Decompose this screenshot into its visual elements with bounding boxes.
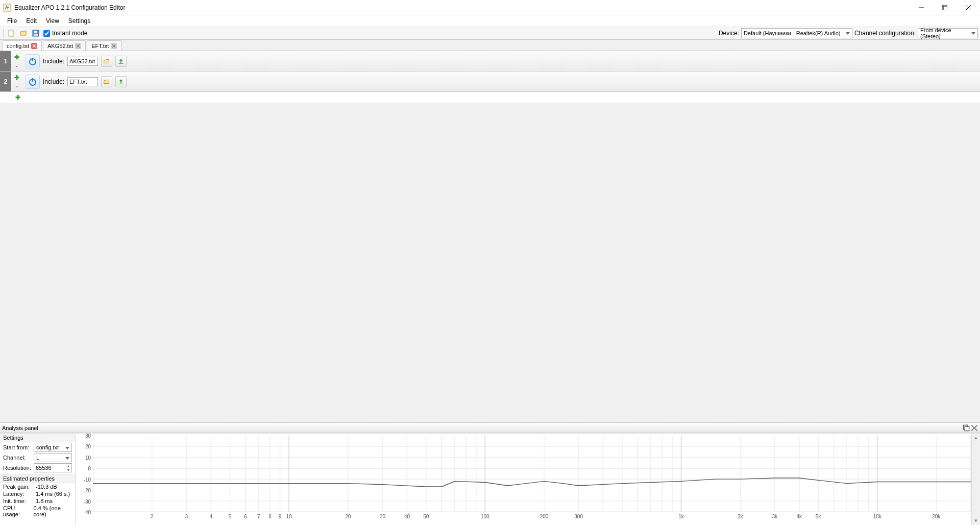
channel-label: Channel: bbox=[3, 455, 32, 461]
resolution-spinner[interactable]: ▲▼ bbox=[34, 463, 72, 472]
instant-mode-toggle[interactable]: Instant mode bbox=[43, 30, 87, 37]
include-label: Include: bbox=[43, 78, 64, 85]
close-icon[interactable] bbox=[111, 43, 117, 49]
device-label: Device: bbox=[719, 30, 739, 37]
scroll-up-icon[interactable]: ▲ bbox=[972, 434, 980, 442]
scroll-down-icon[interactable]: ▼ bbox=[972, 516, 980, 525]
tab-akg52[interactable]: AKG52.txt bbox=[43, 40, 86, 51]
instant-mode-label: Instant mode bbox=[52, 30, 87, 37]
analysis-graph: 3020100-10-20-30-40 23456789102030405010… bbox=[76, 434, 980, 525]
tab-label: EFT.txt bbox=[91, 43, 109, 49]
include-input[interactable] bbox=[67, 57, 98, 66]
minimize-button[interactable] bbox=[910, 0, 933, 15]
close-icon[interactable] bbox=[31, 43, 37, 49]
y-axis: 3020100-10-20-30-40 bbox=[76, 434, 93, 525]
title-bar: Equalizer APO 1.2.1 Configuration Editor bbox=[0, 0, 980, 15]
expand-icon[interactable]: ⌄ bbox=[15, 84, 19, 88]
window-title: Equalizer APO 1.2.1 Configuration Editor bbox=[14, 4, 125, 11]
add-above-icon[interactable]: ✚ bbox=[14, 75, 19, 81]
menu-bar: File Edit View Settings bbox=[0, 15, 980, 27]
tab-bar: config.txt AKG52.txt EFT.txt bbox=[0, 40, 980, 51]
tab-config[interactable]: config.txt bbox=[2, 40, 42, 51]
plot-area bbox=[93, 436, 971, 512]
toolbar: Instant mode Device: Default (Наушники -… bbox=[0, 27, 980, 40]
filter-list: 1 ✚ ⌄ Include: 2 ✚ ⌄ Include: bbox=[0, 51, 980, 103]
menu-settings[interactable]: Settings bbox=[64, 16, 94, 26]
row-number[interactable]: 2 bbox=[0, 71, 11, 91]
export-button[interactable] bbox=[115, 76, 127, 87]
row-number[interactable]: 1 bbox=[0, 51, 11, 71]
add-filter-button[interactable]: ✚ bbox=[15, 94, 20, 101]
tab-label: config.txt bbox=[7, 43, 29, 49]
open-file-button[interactable] bbox=[18, 28, 29, 39]
add-above-icon[interactable]: ✚ bbox=[14, 54, 19, 60]
analysis-settings: Settings Start from: config.txt Channel:… bbox=[0, 434, 76, 525]
resolution-label: Resolution: bbox=[3, 465, 32, 471]
expand-icon[interactable]: ⌄ bbox=[15, 63, 19, 68]
maximize-button[interactable] bbox=[933, 0, 957, 15]
settings-head: Settings bbox=[0, 434, 75, 442]
tab-eft[interactable]: EFT.txt bbox=[87, 40, 121, 51]
svg-rect-9 bbox=[34, 34, 38, 36]
browse-button[interactable] bbox=[101, 56, 112, 67]
new-file-button[interactable] bbox=[6, 28, 17, 39]
channel-select[interactable]: L bbox=[34, 453, 72, 462]
include-input[interactable] bbox=[67, 77, 98, 86]
svg-rect-8 bbox=[34, 31, 37, 33]
close-icon[interactable] bbox=[75, 43, 81, 49]
analysis-panel-header: Analysis panel bbox=[0, 422, 980, 433]
channel-config-label: Channel configuration: bbox=[854, 30, 916, 37]
instant-mode-checkbox[interactable] bbox=[43, 30, 50, 37]
filter-row: 1 ✚ ⌄ Include: bbox=[0, 51, 980, 71]
start-from-select[interactable]: config.txt bbox=[34, 443, 72, 452]
tab-label: AKG52.txt bbox=[47, 43, 73, 49]
power-toggle[interactable] bbox=[26, 54, 40, 68]
filter-row: 2 ✚ ⌄ Include: bbox=[0, 71, 980, 92]
start-from-label: Start from: bbox=[3, 444, 32, 450]
close-button[interactable] bbox=[957, 0, 980, 15]
undock-icon[interactable] bbox=[963, 424, 970, 432]
channel-config-select[interactable]: From device (Stereo) bbox=[918, 28, 978, 38]
analysis-title-label: Analysis panel bbox=[2, 425, 38, 431]
menu-file[interactable]: File bbox=[3, 16, 21, 26]
add-filter-row: ✚ bbox=[0, 92, 980, 103]
workspace bbox=[0, 103, 980, 422]
estimated-head: Estimated properties bbox=[0, 474, 75, 483]
menu-edit[interactable]: Edit bbox=[22, 16, 41, 26]
device-select[interactable]: Default (Наушники - Realtek(R) Audio) bbox=[741, 28, 852, 38]
menu-view[interactable]: View bbox=[42, 16, 63, 26]
close-panel-icon[interactable] bbox=[971, 424, 978, 432]
svg-rect-23 bbox=[965, 426, 969, 431]
svg-rect-3 bbox=[943, 6, 947, 10]
browse-button[interactable] bbox=[101, 76, 112, 87]
app-icon bbox=[3, 4, 11, 12]
power-toggle[interactable] bbox=[26, 75, 40, 89]
export-button[interactable] bbox=[115, 56, 127, 67]
include-label: Include: bbox=[43, 58, 64, 65]
x-axis: 2345678910203040501002003001k2k3k4k5k10k… bbox=[93, 514, 971, 521]
save-button[interactable] bbox=[30, 28, 41, 39]
analysis-panel: Settings Start from: config.txt Channel:… bbox=[0, 433, 980, 525]
vertical-scrollbar[interactable]: ▲ ▼ bbox=[971, 434, 980, 525]
